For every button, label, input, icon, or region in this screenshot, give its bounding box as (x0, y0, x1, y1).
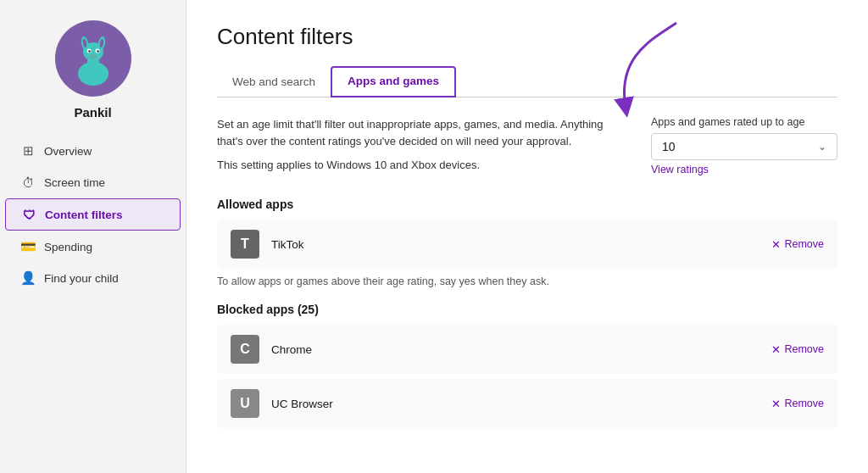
app-icon-chrome: C (231, 335, 259, 364)
avatar-image (59, 25, 127, 92)
overview-icon: ⊞ (20, 143, 36, 159)
remove-ucbrowser-button[interactable]: ✕ Remove (771, 398, 824, 410)
tab-bar: Web and search Apps and games (217, 65, 837, 97)
app-item-ucbrowser: U UC Browser ✕ Remove (217, 379, 837, 428)
sidebar-item-label: Screen time (44, 176, 105, 189)
content-row: Set an age limit that'll filter out inap… (217, 116, 837, 181)
svg-point-13 (89, 54, 97, 60)
blocked-apps-title: Blocked apps (25) (217, 303, 837, 316)
sidebar-item-overview[interactable]: ⊞ Overview (5, 136, 181, 166)
app-icon-tiktok: T (231, 230, 259, 259)
sidebar-item-spending[interactable]: 💳 Spending (5, 231, 181, 262)
sidebar-item-label: Spending (44, 241, 92, 253)
sidebar-item-content-filters[interactable]: 🛡 Content filters (5, 198, 181, 231)
main-content: Content filters Web and search Apps and … (186, 0, 868, 473)
age-filter-box: Apps and games rated up to age 10 ⌄ View… (651, 116, 837, 181)
tab-web-search[interactable]: Web and search (217, 69, 331, 97)
user-name: Pankil (74, 105, 111, 120)
view-ratings-link[interactable]: View ratings (651, 164, 837, 175)
screen-time-icon: ⏱ (20, 175, 36, 190)
tab-apps-games[interactable]: Apps and games (331, 66, 456, 97)
avatar (55, 20, 131, 97)
x-icon: ✕ (771, 398, 781, 410)
sidebar-item-label: Find your child (44, 272, 119, 285)
page-title: Content filters (217, 24, 837, 50)
x-icon: ✕ (771, 238, 781, 251)
age-filter-label: Apps and games rated up to age (651, 116, 837, 128)
chevron-down-icon: ⌄ (818, 141, 826, 153)
app-name-ucbrowser: UC Browser (271, 398, 771, 410)
remove-chrome-button[interactable]: ✕ Remove (771, 343, 824, 356)
spending-icon: 💳 (20, 239, 36, 254)
app-item-chrome: C Chrome ✕ Remove (217, 325, 837, 374)
description-block: Set an age limit that'll filter out inap… (217, 116, 631, 181)
nav-list: ⊞ Overview ⏱ Screen time 🛡 Content filte… (0, 135, 186, 294)
sidebar-item-screen-time[interactable]: ⏱ Screen time (5, 167, 181, 198)
sidebar-item-label: Content filters (45, 209, 123, 221)
sidebar: Pankil ⊞ Overview ⏱ Screen time 🛡 Conten… (0, 0, 186, 473)
app-item-tiktok: T TikTok ✕ Remove (217, 220, 837, 269)
remove-tiktok-button[interactable]: ✕ Remove (771, 238, 824, 251)
svg-point-11 (97, 50, 98, 52)
app-name-tiktok: TikTok (271, 238, 771, 251)
description-line2: This setting applies to Windows 10 and X… (217, 157, 631, 174)
x-icon: ✕ (771, 343, 781, 356)
age-select-dropdown[interactable]: 10 ⌄ (651, 133, 837, 160)
shield-icon: 🛡 (21, 207, 36, 222)
age-select-value: 10 (662, 140, 676, 153)
allow-note: To allow apps or games above their age r… (217, 275, 837, 287)
svg-point-10 (88, 50, 90, 52)
sidebar-item-find-child[interactable]: 👤 Find your child (5, 263, 181, 293)
app-icon-ucbrowser: U (231, 389, 259, 418)
app-name-chrome: Chrome (271, 343, 771, 356)
sidebar-item-label: Overview (44, 145, 92, 158)
person-icon: 👤 (20, 270, 36, 286)
allowed-apps-title: Allowed apps (217, 198, 837, 211)
description-line1: Set an age limit that'll filter out inap… (217, 116, 631, 150)
